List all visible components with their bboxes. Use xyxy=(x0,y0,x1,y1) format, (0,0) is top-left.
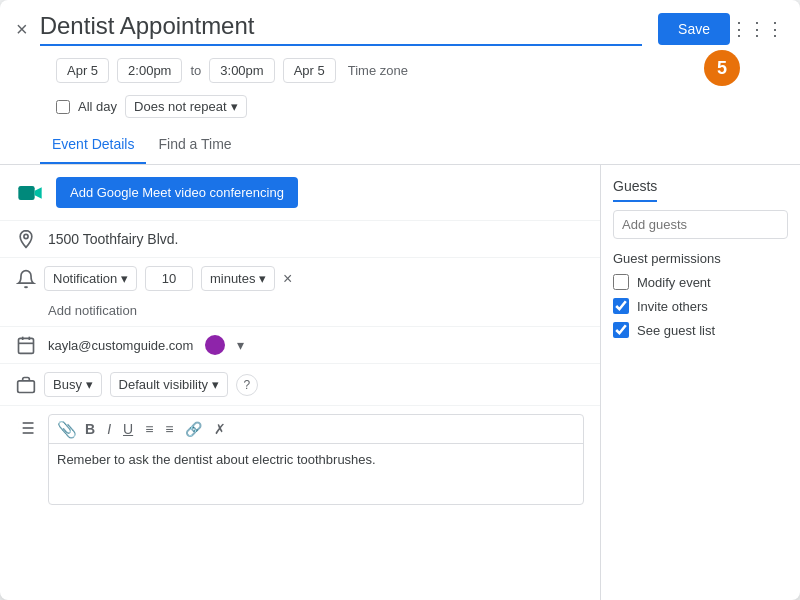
calendar-icon xyxy=(16,335,36,355)
modify-event-checkbox[interactable] xyxy=(613,274,629,290)
italic-button[interactable]: I xyxy=(103,419,115,439)
guest-permissions-title: Guest permissions xyxy=(613,251,788,266)
location-row xyxy=(0,220,600,257)
link-button[interactable]: 🔗 xyxy=(181,419,206,439)
notification-row: Notification ▾ minutes ▾ × xyxy=(0,257,600,299)
calendar-row: kayla@customguide.com ▾ xyxy=(0,326,600,363)
start-date-button[interactable]: Apr 5 xyxy=(56,58,109,83)
google-meet-icon xyxy=(16,179,44,207)
unordered-list-button[interactable]: ≡ xyxy=(161,419,177,439)
start-time-button[interactable]: 2:00pm xyxy=(117,58,182,83)
notification-unit-label: minutes xyxy=(210,271,256,286)
notification-unit-select[interactable]: minutes ▾ xyxy=(201,266,275,291)
meet-row: Add Google Meet video conferencing xyxy=(0,165,600,220)
guests-panel: Guests Guest permissions Modify event In… xyxy=(600,165,800,600)
tabs-bar: Event Details Find a Time xyxy=(0,126,800,165)
repeat-label: Does not repeat xyxy=(134,99,227,114)
visibility-select[interactable]: Default visibility ▾ xyxy=(110,372,228,397)
to-label: to xyxy=(190,63,201,78)
status-row: Busy ▾ Default visibility ▾ ? xyxy=(0,363,600,405)
close-button[interactable]: × xyxy=(16,19,28,39)
description-row: 📎 B I U ≡ ≡ 🔗 ✗ Remeber to ask the denti… xyxy=(0,405,600,513)
end-time-button[interactable]: 3:00pm xyxy=(209,58,274,83)
permission-modify-event: Modify event xyxy=(613,274,788,290)
left-panel: Add Google Meet video conferencing Notif… xyxy=(0,165,600,600)
description-text[interactable]: Remeber to ask the dentist about electri… xyxy=(49,444,583,504)
main-content: Add Google Meet video conferencing Notif… xyxy=(0,165,800,600)
permission-see-guest-list: See guest list xyxy=(613,322,788,338)
bold-button[interactable]: B xyxy=(81,419,99,439)
location-icon xyxy=(16,229,36,249)
description-editor: 📎 B I U ≡ ≡ 🔗 ✗ Remeber to ask the denti… xyxy=(48,414,584,505)
busy-status-select[interactable]: Busy ▾ xyxy=(44,372,102,397)
ordered-list-button[interactable]: ≡ xyxy=(141,419,157,439)
badge: 5 xyxy=(704,50,740,86)
add-notification-button[interactable]: Add notification xyxy=(0,299,600,326)
calendar-email: kayla@customguide.com xyxy=(48,338,193,353)
date-time-row: Apr 5 2:00pm to 3:00pm Apr 5 Time zone xyxy=(0,46,800,95)
save-button[interactable]: Save xyxy=(658,13,730,45)
add-meet-button[interactable]: Add Google Meet video conferencing xyxy=(56,177,298,208)
svg-rect-7 xyxy=(18,380,35,392)
location-input[interactable] xyxy=(48,231,584,247)
see-guest-list-checkbox[interactable] xyxy=(613,322,629,338)
repeat-button[interactable]: Does not repeat ▾ xyxy=(125,95,247,118)
briefcase-icon xyxy=(16,375,36,395)
tab-event-details[interactable]: Event Details xyxy=(40,126,146,164)
description-toolbar: 📎 B I U ≡ ≡ 🔗 ✗ xyxy=(49,415,583,444)
notification-type-select[interactable]: Notification ▾ xyxy=(44,266,137,291)
modify-event-label: Modify event xyxy=(637,275,711,290)
notification-clear-button[interactable]: × xyxy=(283,270,292,288)
timezone-button[interactable]: Time zone xyxy=(348,63,408,78)
svg-marker-1 xyxy=(35,187,42,199)
notification-unit-arrow: ▾ xyxy=(259,271,266,286)
notification-type-label: Notification xyxy=(53,271,117,286)
allday-checkbox[interactable] xyxy=(56,100,70,114)
invite-others-label: Invite others xyxy=(637,299,708,314)
repeat-arrow-icon: ▾ xyxy=(231,99,238,114)
add-guests-input[interactable] xyxy=(613,210,788,239)
remove-format-button[interactable]: ✗ xyxy=(210,419,230,439)
svg-point-2 xyxy=(24,234,28,238)
event-editor-window: × Save ⋮⋮⋮ 5 Apr 5 2:00pm to 3:00pm Apr … xyxy=(0,0,800,600)
calendar-color-picker[interactable] xyxy=(205,335,225,355)
notification-icon xyxy=(16,269,36,289)
underline-button[interactable]: U xyxy=(119,419,137,439)
notification-value-input[interactable] xyxy=(145,266,193,291)
permission-invite-others: Invite others xyxy=(613,298,788,314)
invite-others-checkbox[interactable] xyxy=(613,298,629,314)
visibility-arrow-icon: ▾ xyxy=(212,377,219,392)
grid-icon: ⋮⋮⋮ xyxy=(730,18,784,40)
attach-button[interactable]: 📎 xyxy=(57,420,77,439)
allday-label: All day xyxy=(78,99,117,114)
see-guest-list-label: See guest list xyxy=(637,323,715,338)
svg-rect-0 xyxy=(18,186,34,200)
visibility-label: Default visibility xyxy=(119,377,209,392)
calendar-dropdown-arrow[interactable]: ▾ xyxy=(237,337,244,353)
header: × Save ⋮⋮⋮ 5 xyxy=(0,0,800,46)
description-icon xyxy=(16,418,36,438)
tab-find-time[interactable]: Find a Time xyxy=(146,126,243,164)
busy-label: Busy xyxy=(53,377,82,392)
svg-rect-3 xyxy=(19,338,34,353)
allday-repeat-row: All day Does not repeat ▾ xyxy=(0,95,800,126)
busy-arrow-icon: ▾ xyxy=(86,377,93,392)
help-button[interactable]: ? xyxy=(236,374,258,396)
end-date-button[interactable]: Apr 5 xyxy=(283,58,336,83)
notification-type-arrow: ▾ xyxy=(121,271,128,286)
event-title-input[interactable] xyxy=(40,12,642,46)
guests-title: Guests xyxy=(613,178,657,202)
